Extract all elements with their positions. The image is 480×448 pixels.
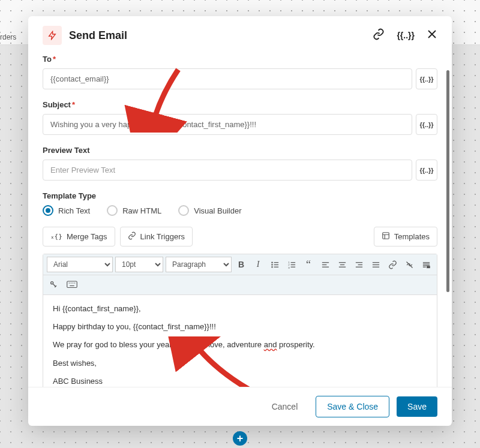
merge-tags-icon[interactable]: {{..}} bbox=[397, 31, 415, 40]
subject-merge-button[interactable]: {{..}} bbox=[416, 114, 437, 135]
align-justify-icon[interactable] bbox=[368, 257, 383, 272]
bold-icon[interactable]: B bbox=[234, 257, 248, 272]
link-triggers-button[interactable]: Link Triggers bbox=[120, 227, 193, 246]
unlink-icon[interactable] bbox=[402, 257, 416, 272]
preview-merge-button[interactable]: {{..}} bbox=[416, 160, 437, 181]
svg-rect-32 bbox=[67, 281, 77, 288]
send-email-modal: Send Email {{..}} To* {{..}} Subject* {{… bbox=[28, 16, 452, 426]
preview-text-input[interactable] bbox=[43, 160, 412, 181]
radio-raw-html[interactable]: Raw HTML bbox=[107, 205, 161, 216]
svg-point-31 bbox=[51, 282, 53, 284]
scrollbar[interactable] bbox=[446, 70, 449, 292]
source-code-icon[interactable] bbox=[47, 278, 61, 292]
radio-visual-builder[interactable]: Visual Builder bbox=[178, 205, 241, 216]
svg-point-2 bbox=[271, 264, 272, 264]
numbered-list-icon[interactable]: 123 bbox=[284, 257, 299, 272]
align-right-icon[interactable] bbox=[352, 257, 366, 272]
template-type-label: Template Type bbox=[43, 191, 437, 200]
merge-tags-button[interactable]: ₓ{}Merge Tags bbox=[43, 227, 115, 246]
align-left-icon[interactable] bbox=[318, 257, 332, 272]
modal-body: To* {{..}} Subject* {{..}} Preview Text … bbox=[28, 55, 452, 387]
link-icon[interactable] bbox=[373, 28, 385, 43]
svg-text:3: 3 bbox=[288, 266, 290, 269]
keyboard-icon[interactable] bbox=[65, 278, 79, 292]
quote-icon[interactable]: “ bbox=[301, 257, 316, 272]
close-icon[interactable] bbox=[427, 29, 437, 42]
to-merge-button[interactable]: {{..}} bbox=[416, 68, 437, 89]
link-triggers-icon bbox=[128, 231, 136, 242]
merge-tags-glyph-icon: ₓ{} bbox=[50, 233, 62, 240]
subject-input[interactable] bbox=[43, 114, 412, 135]
paragraph-select[interactable]: Paragraph bbox=[166, 257, 232, 272]
rich-text-editor: Arial 10pt Paragraph B I 123 “ bbox=[43, 254, 437, 387]
to-input[interactable] bbox=[43, 68, 412, 89]
italic-icon[interactable]: I bbox=[251, 257, 265, 272]
align-center-icon[interactable] bbox=[335, 257, 349, 272]
font-size-select[interactable]: 10pt bbox=[115, 257, 163, 272]
editor-body[interactable]: Hi {{contact_first_name}}, Happy birthda… bbox=[43, 295, 437, 387]
save-close-button[interactable]: Save & Close bbox=[316, 396, 389, 417]
modal-footer: Cancel Save & Close Save bbox=[28, 387, 452, 426]
bolt-icon bbox=[43, 26, 62, 45]
templates-icon bbox=[382, 231, 390, 242]
insert-link-icon[interactable] bbox=[385, 257, 400, 272]
font-family-select[interactable]: Arial bbox=[47, 257, 113, 272]
svg-rect-0 bbox=[383, 233, 389, 239]
modal-title: Send Email bbox=[69, 29, 373, 42]
modal-header: Send Email {{..}} bbox=[28, 16, 452, 55]
svg-rect-30 bbox=[427, 266, 429, 268]
add-step-button[interactable]: + bbox=[233, 431, 247, 446]
radio-rich-text[interactable]: Rich Text bbox=[43, 205, 90, 216]
more-formatting-icon[interactable] bbox=[419, 257, 433, 272]
subject-label: Subject* bbox=[43, 100, 437, 109]
to-label: To* bbox=[43, 55, 437, 64]
save-button[interactable]: Save bbox=[397, 396, 437, 417]
bullet-list-icon[interactable] bbox=[268, 257, 282, 272]
templates-button[interactable]: Templates bbox=[374, 227, 437, 246]
svg-point-1 bbox=[271, 262, 272, 263]
svg-point-3 bbox=[271, 266, 272, 267]
cancel-button[interactable]: Cancel bbox=[261, 396, 309, 417]
preview-text-label: Preview Text bbox=[43, 146, 437, 155]
